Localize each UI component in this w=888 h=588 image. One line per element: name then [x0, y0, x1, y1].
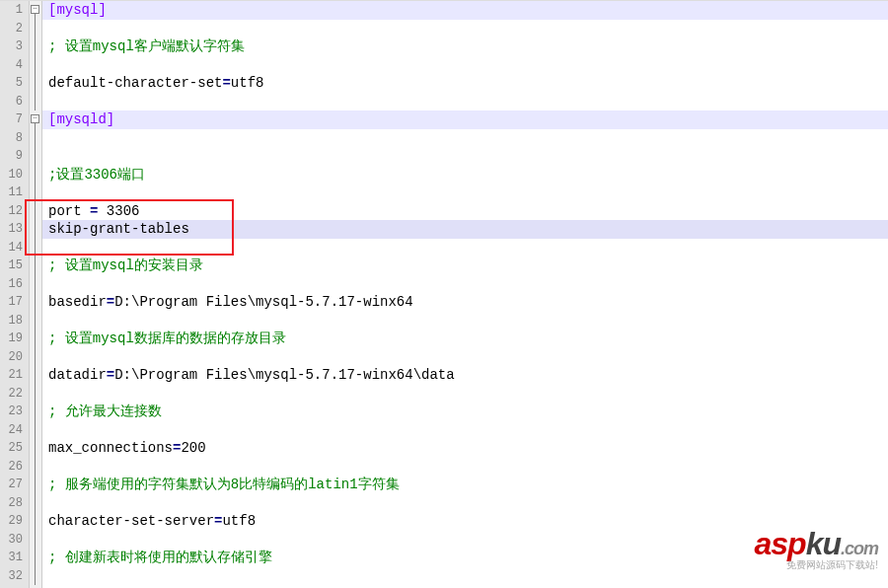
line-number: 15: [0, 257, 23, 275]
code-token: 200: [181, 440, 205, 456]
code-token: utf8: [222, 513, 256, 529]
code-token: 3306: [98, 203, 139, 219]
code-line[interactable]: [48, 385, 888, 404]
line-number: 12: [0, 202, 23, 221]
line-number: 7: [0, 110, 23, 129]
line-number: 8: [0, 129, 23, 148]
line-number: 24: [0, 421, 23, 440]
line-number: 10: [0, 166, 23, 184]
fold-guide-line: [35, 14, 36, 110]
code-line[interactable]: max_connections=200: [48, 439, 888, 458]
line-number: 21: [0, 366, 23, 385]
code-token: [mysqld]: [48, 111, 114, 127]
code-token: =: [107, 367, 114, 383]
line-number: 28: [0, 494, 23, 513]
code-line[interactable]: [48, 93, 888, 111]
code-line[interactable]: character-set-server=utf8: [48, 512, 888, 531]
code-line[interactable]: [48, 20, 888, 38]
code-token: =: [107, 294, 114, 310]
line-number: 17: [0, 293, 23, 312]
line-number: 5: [0, 74, 23, 93]
line-number: 32: [0, 567, 23, 586]
code-line[interactable]: [48, 348, 888, 367]
line-number: 11: [0, 184, 23, 202]
code-area[interactable]: [mysql]; 设置mysql客户端默认字符集default-characte…: [42, 1, 888, 588]
code-line[interactable]: [48, 275, 888, 294]
fold-toggle-icon[interactable]: −: [31, 114, 39, 123]
code-token: ; 允许最大连接数: [48, 404, 162, 419]
line-number: 3: [0, 37, 23, 56]
code-line[interactable]: [48, 458, 888, 477]
code-token: datadir: [48, 367, 107, 383]
code-token: =: [222, 75, 230, 91]
code-token: ; 设置mysql数据库的数据的存放目录: [48, 331, 286, 346]
code-line[interactable]: default-character-set=utf8: [48, 74, 888, 93]
code-line[interactable]: ; 服务端使用的字符集默认为8比特编码的latin1字符集: [48, 476, 888, 494]
code-line[interactable]: [48, 567, 888, 586]
code-editor[interactable]: 1234567891011121314151617181920212223242…: [0, 0, 888, 588]
code-token: port: [48, 203, 90, 219]
code-line[interactable]: ; 设置mysql数据库的数据的存放目录: [48, 330, 888, 348]
code-line[interactable]: ;设置3306端口: [48, 166, 888, 184]
code-token: character-set-server: [48, 513, 214, 529]
code-token: ; 设置mysql的安装目录: [48, 257, 203, 273]
code-line[interactable]: basedir=D:\Program Files\mysql-5.7.17-wi…: [48, 293, 888, 312]
code-token: ; 创建新表时将使用的默认存储引擎: [48, 550, 272, 565]
code-line[interactable]: [48, 56, 888, 75]
fold-guide-line: [35, 123, 36, 585]
code-token: default-character-set: [48, 75, 222, 91]
line-number: 31: [0, 549, 23, 567]
line-number: 30: [0, 531, 23, 550]
line-number: 4: [0, 56, 23, 75]
line-number: 20: [0, 348, 23, 367]
code-line[interactable]: port = 3306: [48, 202, 888, 221]
line-number-gutter: 1234567891011121314151617181920212223242…: [0, 1, 30, 588]
code-token: skip-grant-tables: [48, 221, 189, 237]
line-number: 14: [0, 239, 23, 257]
fold-toggle-icon[interactable]: −: [31, 5, 39, 14]
code-token: D:\Program Files\mysql-5.7.17-winx64\dat…: [114, 367, 454, 383]
line-number: 16: [0, 275, 23, 294]
line-number: 26: [0, 458, 23, 477]
line-number: 6: [0, 93, 23, 111]
code-line[interactable]: ; 设置mysql客户端默认字符集: [48, 37, 888, 56]
line-number: 23: [0, 403, 23, 421]
code-line[interactable]: [48, 184, 888, 202]
code-line[interactable]: [48, 494, 888, 513]
code-token: D:\Program Files\mysql-5.7.17-winx64: [114, 294, 412, 310]
code-token: utf8: [231, 75, 264, 91]
code-token: ;设置3306端口: [48, 167, 145, 183]
line-number: 18: [0, 312, 23, 331]
line-number: 1: [0, 1, 23, 20]
code-line[interactable]: [48, 421, 888, 440]
code-line[interactable]: [48, 239, 888, 257]
code-line[interactable]: ; 创建新表时将使用的默认存储引擎: [48, 549, 888, 567]
line-number: 13: [0, 220, 23, 239]
line-number: 22: [0, 385, 23, 404]
code-line[interactable]: [mysqld]: [48, 110, 888, 129]
code-token: basedir: [48, 294, 107, 310]
code-line[interactable]: ; 允许最大连接数: [48, 403, 888, 421]
line-number: 29: [0, 512, 23, 531]
code-line[interactable]: [48, 147, 888, 166]
code-line[interactable]: [mysql]: [48, 1, 888, 20]
code-line[interactable]: [48, 312, 888, 331]
line-number: 19: [0, 330, 23, 348]
code-token: max_connections: [48, 440, 173, 456]
line-number: 2: [0, 20, 23, 38]
code-token: [mysql]: [48, 2, 107, 18]
code-line[interactable]: [48, 129, 888, 148]
code-line[interactable]: skip-grant-tables: [48, 220, 888, 239]
code-token: ; 服务端使用的字符集默认为8比特编码的latin1字符集: [48, 477, 400, 492]
line-number: 25: [0, 439, 23, 458]
line-number: 9: [0, 147, 23, 166]
line-number: 27: [0, 476, 23, 494]
code-line[interactable]: [48, 531, 888, 550]
code-line[interactable]: datadir=D:\Program Files\mysql-5.7.17-wi…: [48, 366, 888, 385]
code-line[interactable]: ; 设置mysql的安装目录: [48, 257, 888, 275]
code-token: ; 设置mysql客户端默认字符集: [48, 38, 245, 54]
fold-column[interactable]: −−: [30, 1, 42, 588]
